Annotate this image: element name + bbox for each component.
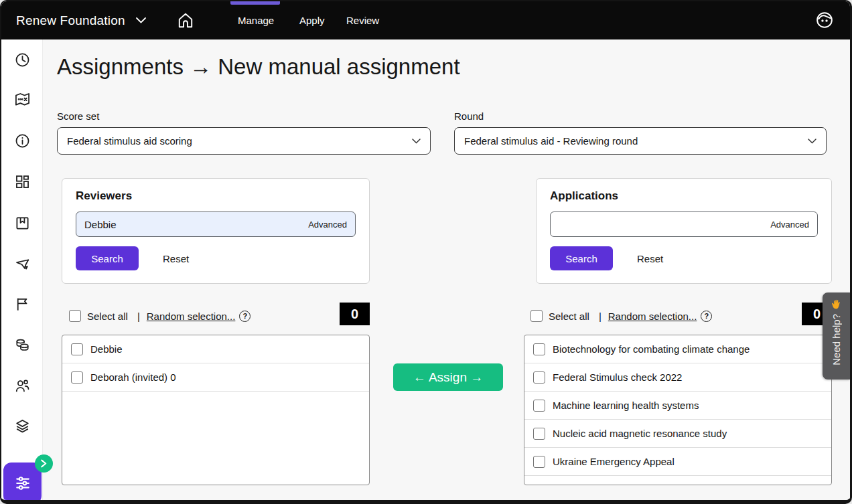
chevron-down-icon bbox=[412, 139, 421, 144]
map-x-icon[interactable] bbox=[14, 91, 31, 108]
sidebar bbox=[1, 39, 43, 500]
applications-search-button[interactable]: Search bbox=[550, 246, 613, 270]
help-circle-icon[interactable]: ? bbox=[239, 311, 251, 322]
reviewers-select-all-row: Select all | Random selection... ? bbox=[69, 305, 251, 327]
bookmark-icon[interactable] bbox=[14, 215, 31, 232]
applications-card: Applications Advanced Search Reset bbox=[536, 178, 832, 284]
chevron-right-icon bbox=[40, 459, 48, 468]
application-row[interactable]: Biotechnology for combating climate chan… bbox=[524, 335, 831, 363]
score-set-value: Federal stimulus aid scoring bbox=[67, 135, 192, 147]
application-row[interactable]: Machine learning health systems bbox=[524, 392, 831, 420]
reviewer-checkbox[interactable] bbox=[71, 343, 83, 355]
score-set-select[interactable]: Federal stimulus aid scoring bbox=[57, 127, 431, 155]
applications-select-all-checkbox[interactable] bbox=[530, 310, 543, 322]
applications-advanced-link[interactable]: Advanced bbox=[770, 220, 817, 230]
divider: | bbox=[599, 311, 601, 322]
score-set-label: Score set bbox=[57, 110, 99, 122]
reviewers-advanced-link[interactable]: Advanced bbox=[308, 220, 355, 230]
round-value: Federal stimulus aid - Reviewing round bbox=[464, 135, 638, 147]
application-checkbox[interactable] bbox=[533, 428, 545, 440]
application-row[interactable]: Ukraine Emergency Appeal bbox=[524, 448, 831, 476]
main-stage: Assignments → New manual assignment Scor… bbox=[1, 39, 850, 500]
application-row[interactable]: Nucleic acid magnetic resonance study bbox=[524, 420, 831, 448]
application-label: Machine learning health systems bbox=[553, 400, 699, 411]
need-help-tab[interactable]: Need help? bbox=[823, 292, 850, 380]
applications-reset-link[interactable]: Reset bbox=[637, 253, 663, 264]
expand-sidebar-button[interactable] bbox=[35, 454, 53, 473]
reviewers-select-all-checkbox[interactable] bbox=[69, 310, 81, 322]
chevron-down-icon bbox=[808, 139, 816, 144]
round-label: Round bbox=[454, 110, 484, 122]
reviewers-title: Reviewers bbox=[76, 189, 356, 203]
application-label: Ukraine Emergency Appeal bbox=[553, 456, 674, 467]
clock-icon[interactable] bbox=[14, 52, 31, 68]
sliders-icon bbox=[13, 474, 32, 493]
brand-name: Renew Foundation bbox=[16, 13, 125, 28]
application-checkbox[interactable] bbox=[533, 343, 545, 355]
topbar: Renew Foundation Manage Apply Review bbox=[1, 1, 850, 39]
help-circle-icon[interactable]: ? bbox=[701, 311, 712, 322]
org-switcher[interactable]: Renew Foundation bbox=[16, 1, 146, 39]
send-icon[interactable] bbox=[14, 256, 31, 272]
chevron-down-icon bbox=[136, 17, 146, 23]
coins-icon[interactable] bbox=[14, 337, 31, 353]
application-label: Federal Stimulus check 2022 bbox=[553, 371, 682, 383]
applications-search-input[interactable] bbox=[551, 212, 770, 236]
application-row[interactable]: Federal Stimulus check 2022 bbox=[524, 363, 831, 392]
reviewer-label: Debbie bbox=[90, 343, 123, 355]
reviewer-row[interactable]: Deborah (invited) 0 bbox=[62, 363, 369, 392]
applications-select-all-row: Select all | Random selection... ? bbox=[530, 305, 712, 327]
applications-select-all-label[interactable]: Select all bbox=[549, 311, 589, 322]
tab-review[interactable]: Review bbox=[346, 1, 379, 39]
applications-search-wrap: Advanced bbox=[550, 212, 818, 237]
application-label: Biotechnology for combating climate chan… bbox=[553, 343, 750, 355]
tab-apply[interactable]: Apply bbox=[299, 1, 325, 39]
reviewers-listbox: Debbie Deborah (invited) 0 bbox=[62, 335, 370, 485]
application-checkbox[interactable] bbox=[533, 456, 545, 468]
reviewer-checkbox[interactable] bbox=[71, 371, 83, 384]
display-settings-button[interactable] bbox=[3, 463, 42, 504]
applications-listbox: Biotechnology for combating climate chan… bbox=[524, 335, 832, 485]
reviewers-search-wrap: Advanced bbox=[76, 212, 356, 237]
assign-button[interactable]: ← Assign → bbox=[393, 363, 503, 391]
users-icon[interactable] bbox=[14, 377, 31, 394]
need-help-label: Need help? bbox=[831, 314, 842, 365]
round-select[interactable]: Federal stimulus aid - Reviewing round bbox=[454, 127, 827, 155]
flag-icon[interactable] bbox=[14, 296, 31, 313]
reviewers-count-badge: 0 bbox=[340, 303, 370, 325]
layers-icon[interactable] bbox=[14, 418, 31, 434]
applications-random-selection-link[interactable]: Random selection... bbox=[608, 311, 697, 322]
home-icon[interactable] bbox=[177, 11, 194, 29]
applications-title: Applications bbox=[550, 189, 818, 203]
reviewers-select-all-label[interactable]: Select all bbox=[87, 311, 128, 322]
reviewers-search-button[interactable]: Search bbox=[76, 246, 139, 270]
divider: | bbox=[137, 311, 140, 322]
page-title: Assignments → New manual assignment bbox=[57, 54, 460, 80]
app-window: Renew Foundation Manage Apply Review bbox=[0, 0, 852, 504]
application-checkbox[interactable] bbox=[533, 371, 545, 384]
dashboard-icon[interactable] bbox=[14, 173, 31, 190]
reviewers-random-selection-link[interactable]: Random selection... bbox=[147, 311, 236, 322]
reviewer-label: Deborah (invited) 0 bbox=[90, 371, 176, 383]
reviewers-card: Reviewers Advanced Search Reset bbox=[62, 178, 370, 284]
reviewers-reset-link[interactable]: Reset bbox=[163, 253, 189, 264]
info-icon[interactable] bbox=[14, 133, 31, 149]
smapply-logo-icon[interactable] bbox=[815, 11, 834, 29]
application-label: Nucleic acid magnetic resonance study bbox=[553, 428, 727, 439]
application-checkbox[interactable] bbox=[533, 400, 545, 412]
waving-hand-icon bbox=[831, 299, 842, 310]
reviewer-row[interactable]: Debbie bbox=[62, 335, 369, 363]
tab-manage[interactable]: Manage bbox=[238, 1, 274, 39]
reviewers-search-input[interactable] bbox=[76, 212, 308, 236]
